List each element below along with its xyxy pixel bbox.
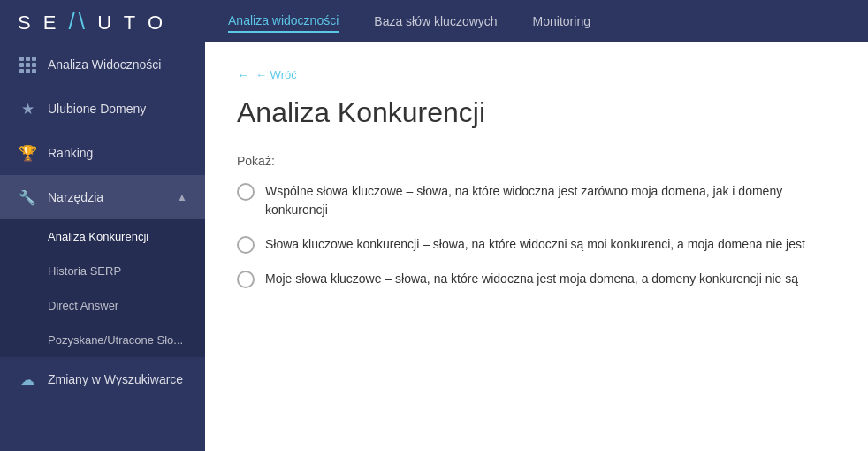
- cloud-icon: ☁: [18, 370, 37, 389]
- sidebar-item-label-ranking: Ranking: [48, 146, 187, 160]
- radio-circle-2[interactable]: [237, 271, 255, 288]
- sidebar-item-ulubione-domeny[interactable]: ★ Ulubione Domeny: [0, 87, 205, 131]
- wrench-icon: 🔧: [18, 187, 37, 207]
- submenu-item-historia-serp[interactable]: Historia SERP: [0, 254, 205, 288]
- nav-item-analiza-widocznosci[interactable]: Analiza widoczności: [228, 10, 339, 33]
- radio-text-2: Moje słowa kluczowe – słowa, na które wi…: [265, 270, 798, 288]
- submenu-item-analiza-konkurencji[interactable]: Analiza Konkurencji: [0, 219, 205, 254]
- radio-option-1[interactable]: Słowa kluczowe konkurencji – słowa, na k…: [237, 235, 836, 254]
- chevron-up-icon: ▲: [177, 191, 187, 203]
- radio-text-0: Wspólne słowa kluczowe – słowa, na które…: [265, 182, 836, 219]
- sidebar-item-zmiany-wyszukiwarce[interactable]: ☁ Zmiany w Wyszukiwarce: [0, 357, 205, 401]
- sidebar-item-narzedzia[interactable]: 🔧 Narzędzia ▲: [0, 175, 205, 219]
- radio-option-0[interactable]: Wspólne słowa kluczowe – słowa, na które…: [237, 182, 836, 219]
- show-label: Pokaż:: [237, 154, 836, 168]
- back-arrow-icon: ←: [237, 67, 250, 82]
- narzedzia-submenu: Analiza Konkurencji Historia SERP Direct…: [0, 219, 205, 357]
- page-title: Analiza Konkurencji: [237, 96, 836, 129]
- grid-icon: [18, 55, 37, 74]
- sidebar-item-ranking[interactable]: 🏆 Ranking: [0, 131, 205, 175]
- trophy-icon: 🏆: [18, 143, 37, 163]
- back-link[interactable]: ← ← Wróć: [237, 67, 836, 82]
- main-layout: Analiza Widoczności ★ Ulubione Domeny 🏆 …: [0, 42, 868, 451]
- logo-slash: /\: [69, 8, 88, 34]
- radio-text-1: Słowa kluczowe konkurencji – słowa, na k…: [265, 235, 805, 254]
- back-label: ← Wróć: [255, 68, 297, 81]
- submenu-item-pozyskane-utracone[interactable]: Pozyskane/Utracone Sło...: [0, 323, 205, 357]
- sidebar: Analiza Widoczności ★ Ulubione Domeny 🏆 …: [0, 42, 205, 451]
- submenu-item-direct-answer[interactable]: Direct Answer: [0, 288, 205, 323]
- radio-option-2[interactable]: Moje słowa kluczowe – słowa, na które wi…: [237, 270, 836, 288]
- star-icon: ★: [18, 99, 37, 118]
- sidebar-item-analiza-widocznosci[interactable]: Analiza Widoczności: [0, 42, 205, 87]
- sidebar-item-label-analiza-widocznosci: Analiza Widoczności: [48, 57, 187, 72]
- radio-circle-1[interactable]: [237, 236, 255, 254]
- top-nav: S E /\ U T O Analiza widoczności Baza sł…: [0, 0, 868, 42]
- main-content: ← ← Wróć Analiza Konkurencji Pokaż: Wspó…: [205, 42, 868, 451]
- logo-text: S E /\ U T O: [18, 8, 166, 35]
- radio-circle-0[interactable]: [237, 183, 255, 201]
- sidebar-item-label-zmiany: Zmiany w Wyszukiwarce: [48, 372, 187, 386]
- sidebar-item-label-ulubione-domeny: Ulubione Domeny: [48, 102, 187, 116]
- logo: S E /\ U T O: [18, 8, 166, 35]
- sidebar-item-label-narzedzia: Narzędzia: [48, 190, 166, 204]
- nav-item-monitoring[interactable]: Monitoring: [533, 11, 590, 32]
- nav-item-baza-slow[interactable]: Baza słów kluczowych: [374, 11, 497, 32]
